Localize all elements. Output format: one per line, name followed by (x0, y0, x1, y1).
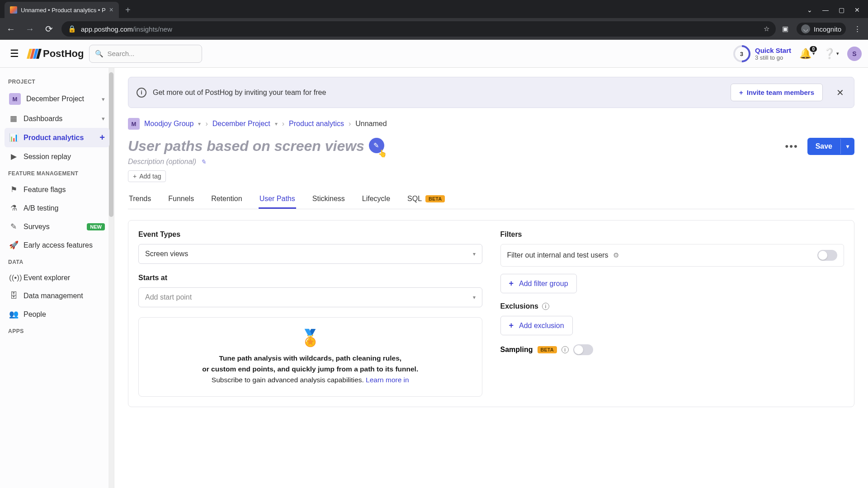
event-types-select[interactable]: Screen views ▾ (138, 244, 482, 264)
sidebar-item-data-management[interactable]: 🗄 Data management (5, 287, 109, 305)
breadcrumb-org[interactable]: Moodjoy Group (144, 120, 193, 128)
info-icon[interactable]: i (561, 346, 569, 353)
quick-start-title: Quick Start (755, 47, 791, 54)
sampling-label: Sampling (500, 346, 533, 354)
plus-icon: + (509, 321, 514, 330)
chevron-down-icon[interactable]: ▾ (275, 121, 278, 127)
invite-team-button[interactable]: + Invite team members (731, 84, 823, 101)
edit-title-button[interactable]: ✎ 👆 (369, 138, 384, 153)
sidebar-item-people[interactable]: 👥 People (5, 305, 109, 324)
pencil-icon: ✎ (373, 141, 379, 150)
scrollbar-thumb[interactable] (109, 72, 113, 217)
back-icon[interactable]: ← (5, 24, 17, 34)
tab-lifecycle[interactable]: Lifecycle (361, 190, 391, 209)
beta-pill: BETA (538, 346, 557, 353)
breadcrumb-project[interactable]: December Project (212, 120, 270, 128)
add-tag-button[interactable]: + Add tag (128, 170, 166, 182)
sidebar-item-ab-testing[interactable]: ⚗ A/B testing (5, 199, 109, 217)
chevron-down-icon: ▾ (473, 294, 476, 300)
section-label-feature: FEATURE MANAGEMENT (5, 166, 109, 180)
sidebar-item-label: Event explorer (24, 274, 70, 282)
breadcrumb-section[interactable]: Product analytics (289, 120, 344, 128)
button-label: Invite team members (747, 89, 814, 96)
info-icon[interactable]: i (542, 303, 549, 310)
plus-icon: + (739, 89, 743, 96)
tab-user-paths[interactable]: User Paths (259, 190, 296, 209)
add-exclusion-button[interactable]: + Add exclusion (500, 316, 573, 335)
plus-icon: + (509, 279, 514, 288)
start-point-select[interactable]: Add start point ▾ (138, 287, 482, 307)
logo-mark-icon (28, 49, 40, 59)
add-filter-group-button[interactable]: + Add filter group (500, 274, 577, 293)
search-input[interactable]: 🔍 Search... (89, 45, 202, 63)
tab-close-icon[interactable]: × (109, 6, 113, 14)
database-icon: 🗄 (9, 291, 18, 300)
event-types-label: Event Types (138, 230, 482, 239)
forward-icon[interactable]: → (24, 24, 36, 34)
sidebar-item-analytics[interactable]: 📊 Product analytics + (5, 128, 109, 147)
project-switcher[interactable]: M December Project ▾ (5, 89, 109, 109)
user-avatar[interactable]: S (847, 47, 862, 61)
learn-more-link[interactable]: Learn more in (366, 376, 409, 384)
flag-icon: ⚑ (9, 185, 18, 194)
sidebar-item-dashboards[interactable]: ▦ Dashboards ▾ (5, 109, 109, 128)
browser-toolbar: ← → ⟳ 🔒 app.posthog.com/insights/new ☆ ▣… (0, 18, 868, 40)
more-menu-button[interactable]: ••• (782, 139, 802, 154)
chevron-down-icon[interactable]: ▾ (198, 121, 201, 127)
close-window-icon[interactable]: ✕ (854, 6, 860, 14)
quick-start-button[interactable]: 3 Quick Start 3 still to go (733, 45, 791, 62)
chevron-down-icon: ▾ (836, 51, 839, 56)
tab-trends[interactable]: Trends (128, 190, 152, 209)
sidebar-item-early-access[interactable]: 🚀 Early access features (5, 236, 109, 254)
breadcrumb-current: Unnamed (355, 120, 387, 128)
project-avatar: M (9, 93, 21, 105)
filter-label: Filter out internal and test users (507, 251, 609, 259)
filter-internal-toggle[interactable] (817, 250, 837, 261)
sidebar-item-session-replay[interactable]: ▶ Session replay (5, 147, 109, 166)
new-tab-button[interactable]: + (119, 2, 137, 18)
notifications-button[interactable]: 🔔 0 ▾ (799, 48, 815, 60)
analytics-icon: 📊 (9, 133, 18, 142)
hamburger-icon[interactable]: ☰ (6, 46, 23, 61)
project-name: December Project (26, 95, 84, 103)
sidebar-item-event-explorer[interactable]: ((•)) Event explorer (5, 269, 109, 287)
bookmark-star-icon[interactable]: ☆ (764, 25, 769, 33)
maximize-icon[interactable]: ▢ (839, 6, 844, 14)
chevron-down-icon: ▾ (102, 96, 105, 103)
pencil-icon[interactable]: ✎ (201, 158, 206, 165)
tab-sql[interactable]: SQL BETA (406, 190, 446, 209)
sidebar-item-surveys[interactable]: ✎ Surveys NEW (5, 217, 109, 236)
help-button[interactable]: ❔ ▾ (823, 48, 839, 60)
logo[interactable]: PostHog (28, 48, 84, 60)
sampling-toggle[interactable] (573, 344, 593, 355)
save-dropdown-caret[interactable]: ▾ (840, 139, 854, 154)
button-label: Add exclusion (519, 322, 564, 330)
sidebar-item-label: Early access features (24, 241, 93, 249)
url-bar[interactable]: 🔒 app.posthog.com/insights/new ☆ (61, 21, 776, 37)
banner-close-icon[interactable]: ✕ (835, 85, 846, 100)
promo-text: Subscribe to gain advanced analysis capa… (212, 376, 364, 384)
save-button[interactable]: Save ▾ (807, 138, 854, 155)
sidebar-item-label: Product analytics (24, 134, 84, 142)
extensions-icon[interactable]: ▣ (782, 25, 788, 33)
minimize-icon[interactable]: — (822, 6, 829, 14)
breadcrumb: M Moodjoy Group ▾ › December Project ▾ ›… (128, 118, 854, 130)
incognito-chip[interactable]: ◡ Incognito (797, 23, 846, 35)
sidebar-item-feature-flags[interactable]: ⚑ Feature flags (5, 180, 109, 199)
insight-title-input[interactable]: User paths based on screen views (128, 138, 364, 155)
description-input[interactable]: Description (optional) (128, 158, 196, 166)
plus-icon: + (133, 173, 137, 180)
app-header: ☰ PostHog 🔍 Search... 3 Quick Start 3 st… (0, 40, 868, 68)
tab-retention[interactable]: Retention (210, 190, 243, 209)
chevron-down-icon[interactable]: ⌄ (807, 6, 812, 14)
reload-icon[interactable]: ⟳ (42, 23, 55, 34)
sidebar-item-label: Feature flags (24, 186, 66, 194)
plus-icon[interactable]: + (99, 132, 105, 143)
save-label: Save (807, 138, 840, 155)
tab-stickiness[interactable]: Stickiness (311, 190, 346, 209)
tab-funnels[interactable]: Funnels (167, 190, 195, 209)
browser-tab[interactable]: Unnamed • Product analytics • P × (5, 2, 119, 18)
search-placeholder: Search... (107, 50, 134, 57)
gear-icon[interactable]: ⚙ (613, 251, 619, 259)
browser-menu-icon[interactable]: ⋮ (854, 25, 861, 33)
